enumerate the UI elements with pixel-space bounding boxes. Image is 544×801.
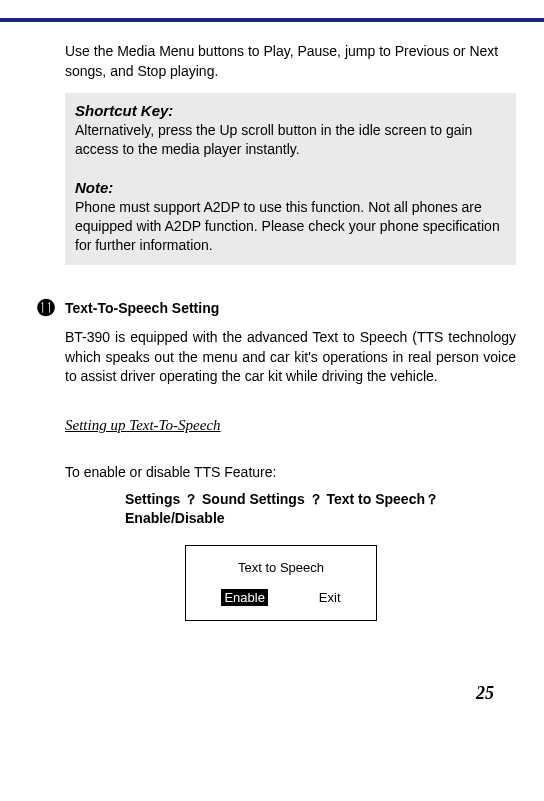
- note-body: Phone must support A2DP to use this func…: [75, 198, 506, 255]
- enable-instruction: To enable or disable TTS Feature:: [65, 464, 516, 480]
- bullet-icon: ⓫: [37, 298, 55, 319]
- note-heading: Note:: [75, 178, 506, 198]
- intro-text: Use the Media Menu buttons to Play, Paus…: [65, 42, 516, 81]
- section-heading: ⓫ Text-To-Speech Setting: [65, 300, 516, 316]
- section-title-text: Text-To-Speech Setting: [65, 300, 219, 316]
- enable-button[interactable]: Enable: [221, 589, 267, 606]
- sub-heading: Setting up Text-To-Speech: [65, 417, 516, 434]
- page-content: Use the Media Menu buttons to Play, Paus…: [0, 22, 544, 631]
- shortcut-heading: Shortcut Key:: [75, 101, 506, 121]
- device-screen: Text to Speech Enable Exit: [185, 545, 377, 621]
- exit-button[interactable]: Exit: [319, 590, 341, 605]
- screen-buttons-row: Enable Exit: [196, 589, 366, 606]
- shortcut-body: Alternatively, press the Up scroll butto…: [75, 121, 506, 159]
- tts-description: BT-390 is equipped with the advanced Tex…: [65, 328, 516, 387]
- screen-title: Text to Speech: [196, 560, 366, 575]
- info-box: Shortcut Key: Alternatively, press the U…: [65, 93, 516, 265]
- page-number: 25: [0, 683, 544, 704]
- menu-path: Settings ？ Sound Settings ？ Text to Spee…: [125, 490, 486, 529]
